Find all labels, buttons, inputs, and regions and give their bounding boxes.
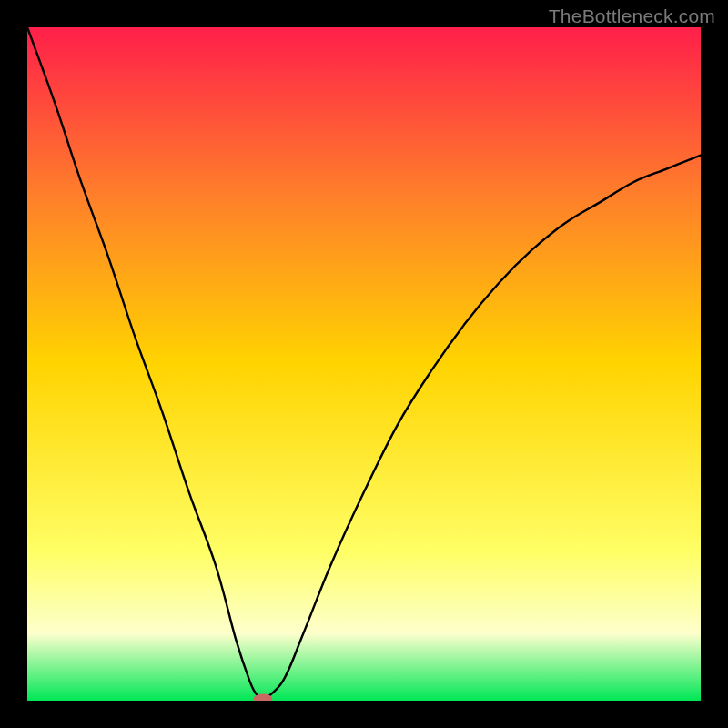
watermark-text: TheBottleneck.com bbox=[549, 5, 715, 27]
chart-svg bbox=[27, 27, 701, 701]
chart-frame: TheBottleneck.com bbox=[0, 0, 728, 728]
plot-area bbox=[27, 27, 701, 701]
gradient-background bbox=[27, 27, 701, 701]
